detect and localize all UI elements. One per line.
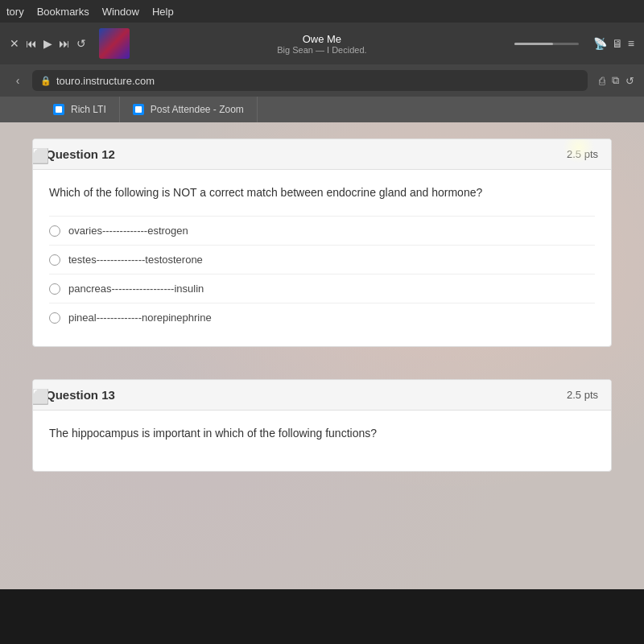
question-text-12: Which of the following is NOT a correct … <box>49 184 595 201</box>
tab-post-attendee[interactable]: Post Attendee - Zoom <box>120 97 258 122</box>
media-right-controls: 📡 🖥 ≡ <box>514 37 634 50</box>
question-card-13: ⬜ Question 13 2.5 pts The hippocampus is… <box>32 379 612 472</box>
radio-12-3[interactable] <box>49 312 60 324</box>
media-info: Owe Me Big Sean — I Decided. <box>138 33 506 55</box>
track-title: Owe Me <box>303 33 341 45</box>
menu-item-help[interactable]: Help <box>152 6 174 18</box>
tabs-button[interactable]: ⧉ <box>612 74 619 87</box>
menu-item-history[interactable]: tory <box>6 6 24 18</box>
menu-icon[interactable]: ≡ <box>628 37 634 50</box>
question-points-12: 2.5 pts <box>567 148 598 160</box>
track-artist: Big Sean — I Decided. <box>277 45 366 55</box>
question-body-12: Which of the following is NOT a correct … <box>33 170 611 346</box>
bookmark-icon-12[interactable]: ⬜ <box>32 147 49 165</box>
question-body-13: The hippocampus is important in which of… <box>33 411 611 471</box>
question-number-13: Question 13 <box>46 388 115 402</box>
tab-rich-lti[interactable]: Rich LTI <box>40 97 120 122</box>
volume-bar[interactable] <box>514 43 579 45</box>
question-points-13: 2.5 pts <box>567 389 598 401</box>
question-header-13: Question 13 2.5 pts <box>33 380 611 411</box>
next-button[interactable]: ⏭ <box>59 37 70 50</box>
lock-icon: 🔒 <box>40 76 52 86</box>
option-text-12-2: pancreas------------------insulin <box>68 283 204 295</box>
question-number-12: Question 12 <box>46 147 115 161</box>
zoom-icon-1 <box>133 104 144 115</box>
content-area: ⬜ Question 12 2.5 pts Which of the follo… <box>0 122 644 589</box>
url-text: touro.instructure.com <box>56 75 155 87</box>
refresh-button[interactable]: ↺ <box>625 75 634 87</box>
volume-fill <box>514 43 553 45</box>
menu-item-window[interactable]: Window <box>102 6 139 18</box>
tabs-bar: Rich LTI Post Attendee - Zoom <box>0 97 644 122</box>
option-12-2[interactable]: pancreas------------------insulin <box>49 274 595 303</box>
radio-12-2[interactable] <box>49 283 60 295</box>
shuffle-button[interactable]: ✕ <box>10 37 19 50</box>
bookmark-icon-13[interactable]: ⬜ <box>32 388 49 406</box>
question-card-12: ⬜ Question 12 2.5 pts Which of the follo… <box>32 138 612 347</box>
share-button[interactable]: ⎙ <box>599 75 605 87</box>
tab-label-1: Post Attendee - Zoom <box>151 104 244 115</box>
option-text-12-0: ovaries-------------estrogen <box>68 225 188 237</box>
question-header-12: Question 12 2.5 pts <box>33 139 611 170</box>
media-bar: ✕ ⏮ ▶ ⏭ ↺ Owe Me Big Sean — I Decided. 📡… <box>0 23 644 64</box>
option-12-3[interactable]: pineal-------------norepinephrine <box>49 303 595 332</box>
option-12-0[interactable]: ovaries-------------estrogen <box>49 216 595 245</box>
tab-label-0: Rich LTI <box>71 104 106 115</box>
url-bar[interactable]: 🔒 touro.instructure.com <box>32 70 588 91</box>
display-icon[interactable]: 🖥 <box>612 37 623 50</box>
option-text-12-1: testes--------------testosterone <box>68 254 203 266</box>
spacer <box>32 366 612 379</box>
question-text-13: The hippocampus is important in which of… <box>49 425 595 442</box>
browser-nav-bar: ‹ 🔒 touro.instructure.com ⎙ ⧉ ↺ <box>0 64 644 97</box>
option-12-1[interactable]: testes--------------testosterone <box>49 245 595 274</box>
repeat-button[interactable]: ↺ <box>76 37 86 50</box>
prev-button[interactable]: ⏮ <box>26 37 37 50</box>
zoom-inner-0 <box>56 106 62 113</box>
radio-12-0[interactable] <box>49 225 60 237</box>
album-art <box>99 28 130 59</box>
media-controls: ✕ ⏮ ▶ ⏭ ↺ <box>10 37 86 50</box>
zoom-inner-1 <box>135 106 142 113</box>
zoom-icon-0 <box>53 104 64 115</box>
menu-item-bookmarks[interactable]: Bookmarks <box>37 6 89 18</box>
radio-12-1[interactable] <box>49 254 60 266</box>
browser-actions: ⎙ ⧉ ↺ <box>599 74 634 87</box>
system-icons: 📡 🖥 ≡ <box>593 37 634 50</box>
back-button[interactable]: ‹ <box>10 74 26 87</box>
airplay-icon[interactable]: 📡 <box>593 37 607 50</box>
menu-bar: tory Bookmarks Window Help <box>0 0 644 23</box>
play-button[interactable]: ▶ <box>43 37 52 50</box>
option-text-12-3: pineal-------------norepinephrine <box>68 312 212 324</box>
